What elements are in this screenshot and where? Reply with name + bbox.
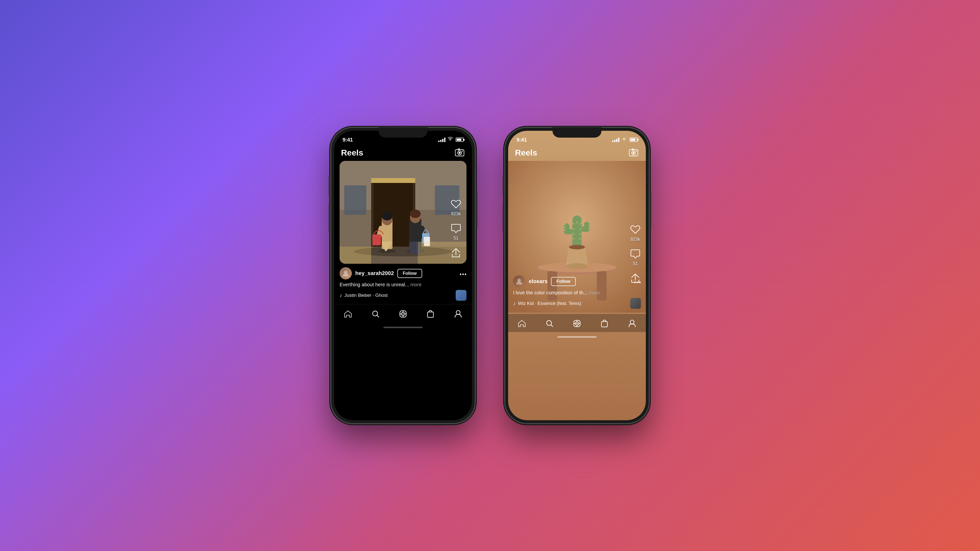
phone1-follow-button[interactable]: Follow (398, 269, 422, 278)
phones-container: 9:41 (331, 127, 649, 424)
phone2-signal (612, 138, 619, 142)
shop-icon-2 (601, 319, 608, 327)
phone1-music-row: ♪ Justin Bieber · Ghost (340, 290, 466, 301)
svg-rect-47 (428, 312, 433, 318)
phone2-status-icons (612, 137, 638, 143)
phone2-time: 9:41 (517, 137, 527, 143)
phone1-video: 823k 51 (340, 161, 466, 264)
phone1-user-row: hey_sarah2002 Follow (340, 267, 466, 279)
phone1-nav-home[interactable] (339, 308, 356, 320)
phone1-screen: 9:41 (334, 131, 472, 420)
signal-bar-4 (444, 138, 445, 142)
svg-point-83 (569, 245, 585, 249)
phone2-like-icon[interactable] (629, 224, 641, 236)
phone1-music-thumb[interactable] (456, 290, 466, 301)
share-icon (451, 248, 461, 258)
phone2-nav-profile[interactable] (624, 318, 641, 330)
signal-bar-1 (612, 141, 614, 142)
svg-point-2 (459, 152, 461, 154)
search-icon (372, 310, 379, 318)
phone1-camera-button[interactable] (454, 147, 465, 158)
camera-icon-2 (629, 148, 638, 157)
phone2-avatar (513, 275, 525, 287)
phone2-comment-action[interactable]: 51 (629, 248, 641, 266)
phone1-wifi-icon (448, 137, 453, 143)
phone1-avatar (340, 267, 352, 279)
phone1-nav-profile[interactable] (450, 308, 467, 320)
svg-point-87 (639, 282, 641, 283)
phone1-app-header: Reels (334, 144, 472, 161)
phone2-music-thumb[interactable] (630, 298, 641, 309)
phone1-battery-icon (456, 138, 463, 142)
svg-point-34 (344, 271, 347, 274)
phone1-share-action[interactable] (450, 247, 462, 259)
svg-point-28 (410, 210, 421, 218)
phone1-like-icon[interactable] (450, 198, 462, 210)
phone1-more-text[interactable]: more (410, 282, 422, 287)
phone2-follow-button[interactable]: Follow (551, 277, 576, 286)
phone2-more-text[interactable]: more (589, 290, 600, 295)
phone2-caption-text: I love the color composition of th... (513, 290, 587, 295)
phone1-caption-text: Everthing about here is unreal... (340, 282, 409, 287)
phone1-nav-reels[interactable] (395, 308, 412, 320)
phone2-nav-home[interactable] (513, 318, 530, 330)
avatar2-silhouette (515, 278, 523, 285)
search-icon-2 (546, 320, 553, 327)
phone1-comment-icon[interactable] (450, 222, 462, 235)
phone1-share-icon[interactable] (450, 247, 462, 259)
svg-point-61 (566, 263, 588, 269)
svg-point-53 (636, 151, 637, 152)
phone2-nav-reels[interactable] (568, 318, 585, 330)
phone-2: 9:41 (505, 127, 649, 424)
phone2-video: 823k 51 (508, 161, 646, 314)
phone2-nav-shop[interactable] (596, 318, 613, 330)
phone1-home-indicator (334, 322, 472, 332)
phone1-app-title: Reels (341, 148, 363, 157)
phone1-more-button[interactable] (460, 270, 466, 277)
heart-icon-2 (630, 225, 640, 235)
svg-point-37 (465, 273, 466, 275)
phone2-music-note: ♪ (513, 301, 515, 306)
phone1-likes-count: 823k (451, 211, 461, 216)
phone2-screen: 9:41 (508, 131, 646, 420)
signal-bar-1 (438, 141, 439, 142)
svg-rect-32 (340, 247, 371, 264)
svg-rect-19 (372, 234, 381, 245)
phone1-music-note: ♪ (340, 293, 342, 298)
phone2-camera-button[interactable] (628, 147, 639, 158)
shopping-scene-svg (340, 161, 466, 264)
phone2-username: eloears (529, 278, 547, 284)
phone1-home-bar (383, 327, 423, 328)
phone1-nav-shop[interactable] (422, 308, 439, 320)
phone2-nav-search[interactable] (541, 318, 558, 330)
heart-icon (451, 199, 461, 210)
phone1-battery-fill (457, 139, 461, 141)
reels-icon (399, 310, 407, 318)
phone1-post-info: hey_sarah2002 Follow Everthing about her… (334, 264, 472, 304)
phone2-more-button[interactable] (634, 278, 641, 285)
svg-line-39 (377, 315, 379, 317)
phone1-nav-search[interactable] (367, 308, 384, 320)
phone1-comment-action[interactable]: 51 (450, 222, 462, 241)
svg-point-84 (517, 279, 521, 282)
profile-icon (455, 310, 462, 318)
phone2-overlay: eloears Follow I love the color composit… (508, 270, 646, 314)
svg-line-89 (551, 325, 553, 327)
svg-point-36 (462, 273, 464, 275)
phone2-like-action[interactable]: 823k (629, 224, 641, 242)
svg-point-4 (462, 151, 463, 152)
phone2-comment-icon[interactable] (629, 248, 641, 260)
phone1-caption: Everthing about here is unreal... more (340, 282, 466, 287)
phone2-wifi-icon (622, 137, 627, 143)
phone2-app-header: Reels (508, 144, 646, 161)
svg-point-86 (637, 282, 638, 283)
svg-point-35 (460, 273, 461, 275)
svg-point-42 (402, 313, 404, 315)
phone2-caption: I love the color composition of th... mo… (513, 290, 641, 295)
phone1-username: hey_sarah2002 (355, 270, 394, 276)
phone1-status-icons (438, 137, 463, 143)
home-icon (344, 310, 352, 318)
phone2-battery-fill (631, 139, 635, 141)
phone1-like-action[interactable]: 823k (450, 198, 462, 216)
profile-icon-2 (628, 319, 636, 327)
